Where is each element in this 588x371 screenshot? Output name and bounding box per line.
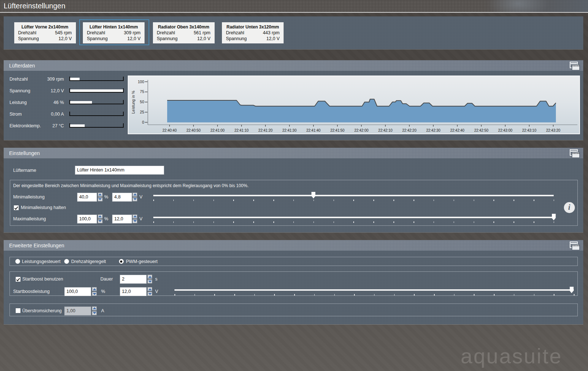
svg-text:25: 25 xyxy=(140,110,144,114)
svg-text:75: 75 xyxy=(140,89,144,94)
svg-text:22:43:20: 22:43:20 xyxy=(546,128,560,132)
svg-text:22:41:00: 22:41:00 xyxy=(210,128,224,132)
svg-text:100: 100 xyxy=(138,80,144,84)
svg-text:22:41:50: 22:41:50 xyxy=(330,128,345,132)
svg-text:22:42:20: 22:42:20 xyxy=(402,128,416,132)
svg-text:22:40:50: 22:40:50 xyxy=(187,128,201,132)
svg-text:22:43:10: 22:43:10 xyxy=(522,128,537,132)
svg-text:22:41:10: 22:41:10 xyxy=(234,128,249,132)
svg-text:50: 50 xyxy=(140,100,144,104)
svg-text:22:43:00: 22:43:00 xyxy=(498,128,512,132)
svg-text:22:42:10: 22:42:10 xyxy=(378,128,392,132)
svg-text:22:40:40: 22:40:40 xyxy=(162,128,177,132)
svg-text:22:42:00: 22:42:00 xyxy=(354,128,369,132)
svg-text:0: 0 xyxy=(142,120,144,124)
svg-text:22:41:20: 22:41:20 xyxy=(258,128,273,132)
svg-text:22:41:40: 22:41:40 xyxy=(306,128,320,132)
svg-text:22:42:30: 22:42:30 xyxy=(426,128,441,132)
svg-text:22:42:50: 22:42:50 xyxy=(474,128,488,132)
svg-text:22:41:30: 22:41:30 xyxy=(283,128,297,132)
svg-text:22:42:40: 22:42:40 xyxy=(450,128,464,132)
svg-text:Leistung in %: Leistung in % xyxy=(131,90,135,113)
